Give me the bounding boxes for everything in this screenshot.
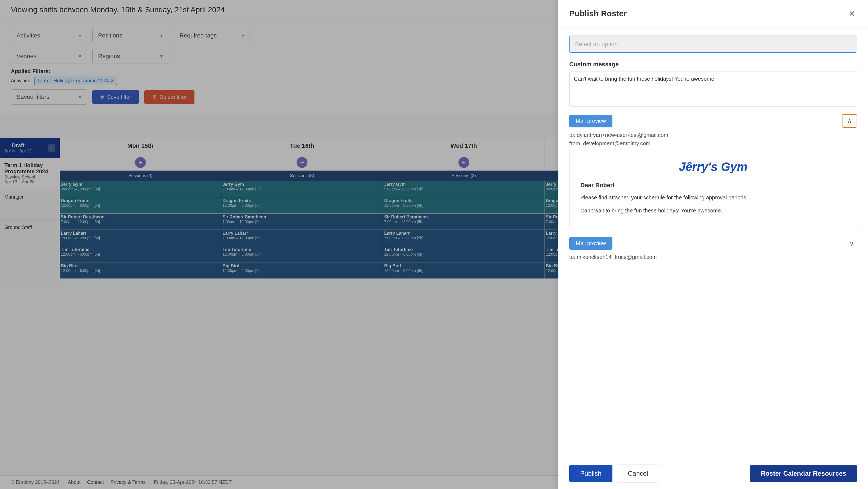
mail-from-label-1: from: development@enrolmy.com bbox=[569, 141, 650, 146]
mail-preview-header-2: Mail preview ∨ bbox=[569, 237, 857, 250]
panel-title: Publish Roster bbox=[569, 9, 627, 18]
publish-select[interactable]: Select an option bbox=[569, 36, 857, 53]
mail-to-label-1: to: dylantryan+new-user-test@gmail.com bbox=[569, 132, 668, 138]
mail-greeting: Dear Robert bbox=[580, 182, 846, 189]
mail-to-1: to: dylantryan+new-user-test@gmail.com bbox=[569, 132, 857, 138]
collapse-button[interactable]: ∧ bbox=[842, 114, 857, 128]
roster-calendar-resources-button[interactable]: Roster Calendar Resources bbox=[750, 465, 857, 482]
chevron-up-icon: ∧ bbox=[847, 117, 852, 124]
custom-message-label: Custom message bbox=[569, 61, 857, 68]
panel-footer: Publish Cancel Roster Calendar Resources bbox=[558, 458, 868, 489]
publish-button[interactable]: Publish bbox=[569, 465, 613, 482]
custom-message-textarea[interactable]: Can't wait to bring the fun these holida… bbox=[569, 71, 857, 106]
mail-body-2: Can't wait to bring the fun these holida… bbox=[580, 206, 846, 215]
publish-panel: Publish Roster ✕ Select an option Custom… bbox=[558, 0, 868, 489]
mail-preview-button-2[interactable]: Mail preview bbox=[569, 237, 613, 250]
gym-name: Jêrry's Gym bbox=[580, 160, 846, 174]
chevron-down-icon: ∨ bbox=[849, 240, 854, 247]
mail-preview-content: Jêrry's Gym Dear Robert Please find atta… bbox=[569, 149, 857, 231]
close-panel-button[interactable]: ✕ bbox=[846, 8, 857, 19]
mail-to-label-2: to: mikerickson14+fruits@gmail.com bbox=[569, 254, 657, 260]
mail-from-1: from: development@enrolmy.com bbox=[569, 141, 857, 147]
expand-button[interactable]: ∨ bbox=[846, 238, 857, 249]
panel-header: Publish Roster ✕ bbox=[558, 0, 868, 27]
mail-to-2: to: mikerickson14+fruits@gmail.com bbox=[569, 254, 857, 260]
cancel-button[interactable]: Cancel bbox=[617, 464, 659, 483]
mail-preview-header-1: Mail preview ∧ bbox=[569, 114, 857, 128]
mail-preview-button-1[interactable]: Mail preview bbox=[569, 115, 613, 127]
panel-body: Select an option Custom message Can't wa… bbox=[558, 27, 868, 458]
mail-body-1: Please find attached your schedule for t… bbox=[580, 193, 846, 202]
